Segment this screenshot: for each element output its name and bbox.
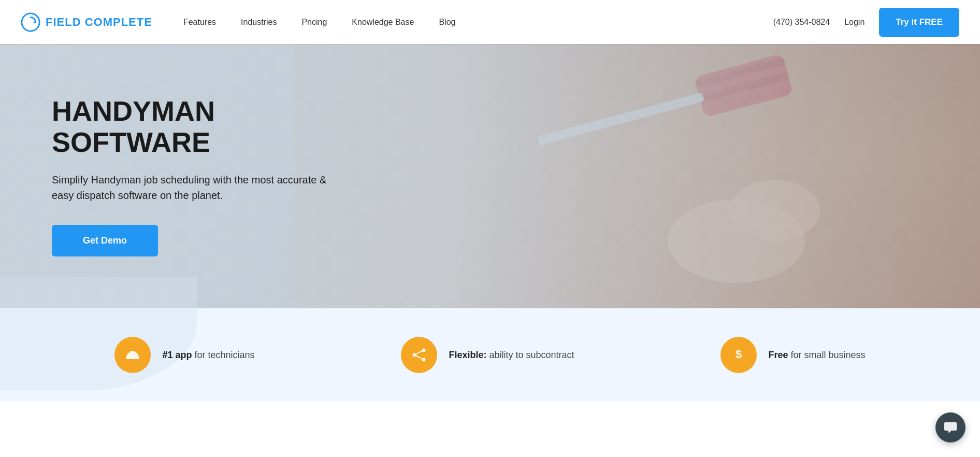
- svg-text:$: $: [736, 348, 742, 361]
- svg-point-13: [422, 358, 426, 362]
- feature-item-flexible: Flexible: ability to subcontract: [401, 337, 574, 373]
- feature-bold-flexible: Flexible:: [449, 350, 486, 360]
- svg-rect-10: [130, 351, 135, 353]
- nav-right: (470) 354-0824 Login Try it FREE: [773, 8, 959, 37]
- nav-links: Features Industries Pricing Knowledge Ba…: [183, 18, 773, 27]
- logo-link[interactable]: FIELD COMPLETE: [21, 12, 152, 32]
- hero-subtitle: Simplify Handyman job scheduling with th…: [52, 172, 347, 203]
- svg-point-11: [413, 353, 416, 357]
- get-demo-button[interactable]: Get Demo: [52, 225, 158, 256]
- feature-text-app: #1 app for technicians: [162, 350, 254, 361]
- svg-line-14: [416, 351, 422, 354]
- hero-title: HANDYMAN SOFTWARE: [52, 96, 373, 158]
- feature-bold-app: #1 app: [162, 350, 192, 360]
- nav-item-industries[interactable]: Industries: [241, 18, 277, 27]
- svg-point-12: [422, 349, 426, 352]
- nav-item-pricing[interactable]: Pricing: [301, 18, 327, 27]
- nav-item-knowledge-base[interactable]: Knowledge Base: [352, 18, 414, 27]
- svg-point-0: [22, 13, 39, 31]
- hero-content: HANDYMAN SOFTWARE Simplify Handyman job …: [0, 96, 373, 256]
- phone-link[interactable]: (470) 354-0824: [773, 18, 830, 27]
- nav-item-features[interactable]: Features: [183, 18, 216, 27]
- try-free-button[interactable]: Try it FREE: [879, 8, 959, 37]
- nav-item-blog[interactable]: Blog: [439, 18, 455, 27]
- helmet-icon: [124, 346, 141, 364]
- feature-icon-circle-flexible: [401, 337, 437, 373]
- navbar: FIELD COMPLETE Features Industries Prici…: [0, 0, 980, 44]
- feature-bold-free: Free: [768, 350, 788, 360]
- login-link[interactable]: Login: [844, 18, 864, 27]
- feature-icon-circle-free: $: [720, 337, 757, 373]
- svg-rect-9: [126, 357, 139, 359]
- dollar-icon: $: [730, 346, 747, 364]
- hero-section: HANDYMAN SOFTWARE Simplify Handyman job …: [0, 44, 980, 308]
- feature-text-flexible: Flexible: ability to subcontract: [449, 350, 574, 361]
- feature-item-free: $ Free for small business: [720, 337, 865, 373]
- feature-icon-circle-app: [114, 337, 151, 373]
- feature-rest-app: for technicians: [192, 350, 254, 360]
- share-icon: [410, 346, 428, 364]
- feature-rest-flexible: ability to subcontract: [486, 350, 574, 360]
- features-strip: #1 app for technicians Flexible: ability…: [0, 308, 980, 402]
- feature-item-app: #1 app for technicians: [114, 337, 254, 373]
- feature-text-free: Free for small business: [768, 350, 865, 361]
- svg-line-15: [416, 356, 422, 359]
- logo-icon: [21, 12, 40, 32]
- logo-text: FIELD COMPLETE: [46, 16, 152, 29]
- feature-rest-free: for small business: [788, 350, 865, 360]
